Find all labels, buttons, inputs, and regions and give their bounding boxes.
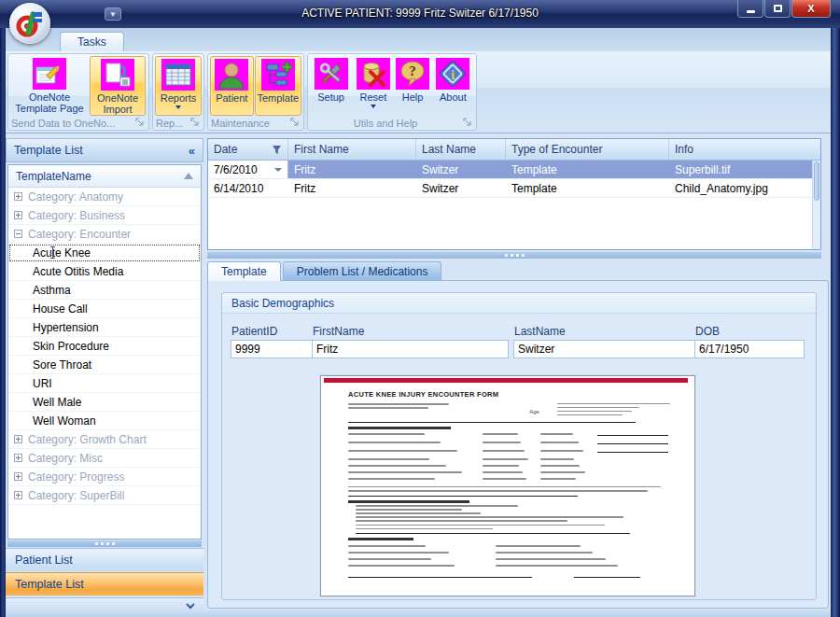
about-icon: i — [436, 58, 469, 90]
svg-text:?: ? — [409, 63, 416, 78]
tab-problem-list-medications[interactable]: Problem List / Medications — [283, 261, 442, 281]
application-window: ACTIVE PATIENT: 9999 Fritz Switzer 6/17/… — [0, 0, 840, 617]
tree-item-hypertension[interactable]: Hypertension — [8, 318, 201, 337]
tree-item-well-woman[interactable]: Well Woman — [8, 412, 201, 430]
tree-item-well-male[interactable]: Well Male — [8, 393, 201, 412]
content-splitter[interactable] — [207, 252, 821, 259]
cell-last-name[interactable]: Switzer — [416, 179, 506, 197]
reports-button[interactable]: Reports — [155, 56, 202, 116]
tree-category-progress[interactable]: Category: Progress — [8, 468, 201, 486]
tree-item-uri[interactable]: URI — [8, 374, 201, 393]
collapse-sidebar-icon[interactable]: « — [189, 144, 195, 158]
sidebar-splitter[interactable] — [7, 540, 202, 547]
grid-row-selected[interactable]: 7/6/2010 Fritz Switzer Template Superbil… — [208, 161, 820, 179]
firstname-label: FirstName — [313, 325, 364, 338]
help-icon: ? — [396, 58, 429, 90]
group-caption: Send Data to OneNo... — [11, 118, 115, 129]
button-label: OneNote Template Page — [15, 91, 83, 114]
cell-date[interactable]: 6/14/2010 — [208, 179, 288, 197]
onenote-import-button[interactable]: OneNote Import — [90, 56, 146, 116]
maximize-icon — [774, 5, 782, 12]
tree-item-asthma[interactable]: Asthma — [8, 281, 201, 300]
chevron-down-icon[interactable] — [185, 602, 196, 610]
title-bar: ACTIVE PATIENT: 9999 Fritz Switzer 6/17/… — [0, 0, 840, 28]
quick-access-dropdown[interactable]: ▼ — [105, 7, 121, 21]
window-border-bottom[interactable] — [0, 610, 840, 617]
setup-button[interactable]: Setup — [310, 56, 352, 116]
dob-field[interactable] — [694, 340, 805, 358]
expand-icon[interactable] — [14, 192, 22, 201]
grid-header-type[interactable]: Type of Encounter — [506, 139, 669, 160]
expand-icon[interactable] — [14, 472, 22, 481]
nav-patient-list[interactable]: Patient List — [6, 548, 203, 571]
tree-category-business[interactable]: Category: Business — [8, 206, 201, 225]
patient-icon — [215, 59, 248, 91]
tree-item-sore-throat[interactable]: Sore Throat — [8, 356, 201, 374]
cell-type[interactable]: Template — [506, 161, 669, 178]
patientid-label: PatientID — [231, 325, 277, 338]
minimize-icon — [747, 10, 755, 13]
tree-item-acute-otitis-media[interactable]: Acute Otitis Media — [8, 262, 201, 281]
lastname-label: LastName — [514, 325, 566, 338]
patient-button[interactable]: Patient — [210, 56, 254, 116]
window-border-right[interactable] — [831, 26, 840, 617]
grid-vertical-scrollbar[interactable] — [812, 161, 820, 249]
dialog-launcher-icon[interactable] — [290, 118, 301, 128]
patientid-field[interactable] — [231, 340, 314, 358]
reset-button[interactable]: Reset — [353, 56, 393, 116]
cell-info[interactable]: Superbill.tif — [669, 161, 820, 178]
collapse-icon[interactable] — [14, 230, 22, 238]
grid-header-first-name[interactable]: First Name — [288, 139, 416, 160]
onenote-template-page-button[interactable]: OneNote Template Page — [10, 56, 89, 116]
help-button[interactable]: ? Help — [394, 56, 430, 116]
tree-item-house-call[interactable]: House Call — [8, 300, 201, 318]
button-label: Reports — [161, 92, 197, 104]
cell-info[interactable]: Child_Anatomy.jpg — [669, 179, 820, 197]
scrollbar-thumb[interactable] — [814, 161, 819, 201]
tree-category-growth-chart[interactable]: Category: Growth Chart — [8, 430, 201, 449]
expand-icon[interactable] — [14, 435, 22, 443]
tree-category-misc[interactable]: Category: Misc — [8, 449, 201, 468]
firstname-field[interactable] — [312, 340, 509, 358]
grid-header-last-name[interactable]: Last Name — [416, 139, 506, 160]
app-logo-icon — [14, 7, 46, 39]
expand-icon[interactable] — [14, 454, 22, 462]
lastname-field[interactable] — [513, 340, 703, 358]
button-label: About — [440, 91, 467, 103]
grid-header-date[interactable]: Date — [208, 139, 288, 160]
tree-category-anatomy[interactable]: Category: Anatomy — [8, 188, 201, 206]
encounter-grid: Date First Name Last Name Type of Encoun… — [207, 138, 821, 250]
grid-row[interactable]: 6/14/2010 Fritz Switzer Template Child_A… — [208, 179, 820, 198]
dialog-launcher-icon[interactable] — [135, 118, 146, 128]
grid-header-info[interactable]: Info — [669, 139, 820, 160]
close-button[interactable]: X — [791, 0, 831, 18]
tree-item-skin-procedure[interactable]: Skin Procedure — [8, 337, 201, 356]
maximize-button[interactable] — [764, 0, 791, 18]
dialog-launcher-icon[interactable] — [463, 118, 473, 128]
dialog-launcher-icon[interactable] — [190, 118, 201, 128]
ribbon-tab-tasks[interactable]: Tasks — [60, 32, 124, 51]
tab-template[interactable]: Template — [207, 261, 281, 281]
cell-type[interactable]: Template — [506, 179, 669, 197]
expand-icon[interactable] — [14, 211, 22, 219]
tree-item-acute-knee[interactable]: Acute Knee — [8, 244, 201, 262]
dropdown-arrow-icon — [175, 105, 181, 109]
cell-first-name[interactable]: Fritz — [288, 161, 416, 178]
template-button[interactable]: Template — [255, 56, 301, 116]
encounter-form-preview[interactable]: ACUTE KNEE INJURY ENCOUNTER FORM Age — [320, 375, 695, 596]
application-menu-button[interactable] — [9, 3, 50, 44]
filter-icon[interactable] — [272, 145, 282, 155]
tree-category-superbill[interactable]: Category: SuperBill — [8, 486, 201, 505]
cell-first-name[interactable]: Fritz — [288, 179, 416, 197]
template-icon — [261, 59, 295, 91]
combo-dropdown-icon[interactable] — [274, 168, 282, 172]
cell-last-name[interactable]: Switzer — [416, 161, 506, 178]
expand-icon[interactable] — [14, 491, 22, 499]
tree-category-encounter[interactable]: Category: Encounter — [8, 225, 201, 244]
nav-template-list[interactable]: Template List — [6, 572, 203, 596]
minimize-button[interactable] — [737, 0, 763, 18]
cell-date[interactable]: 7/6/2010 — [208, 161, 288, 178]
about-button[interactable]: i About — [432, 56, 474, 116]
tree-column-header[interactable]: TemplateName — [8, 165, 201, 188]
form-red-bar — [324, 378, 688, 383]
